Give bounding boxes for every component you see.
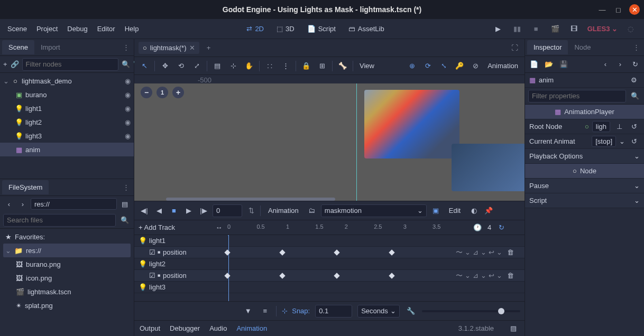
- loop-icon[interactable]: ↩: [489, 272, 494, 279]
- instance-scene-button[interactable]: 🔗: [11, 59, 19, 70]
- loop-button[interactable]: ↻: [495, 222, 507, 234]
- add-node-button[interactable]: +: [3, 59, 7, 70]
- visibility-toggle[interactable]: ◉: [125, 132, 131, 140]
- file-row[interactable]: 🖼burano.png: [3, 257, 131, 271]
- move-tool[interactable]: ✥: [159, 60, 171, 72]
- ruler-tool[interactable]: ⸬: [264, 60, 275, 72]
- lock-button[interactable]: 🔒: [300, 60, 312, 72]
- mode-script[interactable]: 📄 Script: [304, 23, 339, 35]
- bone-button[interactable]: 🦴: [337, 60, 348, 72]
- group-tracks-button[interactable]: ≡: [259, 305, 271, 317]
- view-menu[interactable]: View: [357, 62, 376, 70]
- track-header[interactable]: 💡light2: [134, 258, 525, 270]
- stop-button[interactable]: ■: [168, 205, 180, 217]
- guide-line[interactable]: [356, 83, 357, 201]
- play-scene-button[interactable]: 🎬: [549, 23, 561, 35]
- group-button[interactable]: ⊞: [316, 60, 328, 72]
- nav-back-button[interactable]: ‹: [3, 198, 15, 210]
- keyframe[interactable]: [389, 273, 394, 278]
- add-track-button[interactable]: + Add Track: [134, 223, 210, 231]
- play-backwards-end-button[interactable]: ◀|: [139, 205, 150, 217]
- length-field[interactable]: 4: [487, 223, 491, 231]
- file-row[interactable]: 🖼icon.png: [3, 271, 131, 285]
- filesystem-panel-menu[interactable]: ⋮: [121, 181, 132, 193]
- wrap-icon[interactable]: ⊿: [473, 272, 479, 279]
- keyframe[interactable]: [279, 273, 285, 278]
- track-header[interactable]: 💡light3: [134, 282, 525, 293]
- search-icon[interactable]: 🔍: [629, 90, 641, 102]
- scene-tab[interactable]: ○ lightmask(*) ✕: [139, 42, 199, 54]
- key-insert-button[interactable]: 🔑: [454, 60, 465, 72]
- keyframe[interactable]: [334, 273, 340, 278]
- animation-selector[interactable]: maskmotion ⌄: [321, 204, 427, 217]
- keyframe[interactable]: [389, 249, 394, 255]
- save-resource-button[interactable]: 💾: [558, 59, 569, 70]
- animation-menu[interactable]: Animation: [485, 62, 520, 70]
- scene-panel-menu[interactable]: ⋮: [121, 41, 132, 53]
- interp-icon[interactable]: 〜: [456, 271, 463, 281]
- snap-menu[interactable]: ⋮: [280, 60, 291, 72]
- play-button[interactable]: ▶: [183, 205, 195, 217]
- maximize-button[interactable]: ◻: [613, 5, 623, 14]
- tree-node-root[interactable]: ⌄○ lightmask_demo ◉: [0, 74, 134, 88]
- horizontal-scrollbar[interactable]: [166, 198, 335, 201]
- play-custom-button[interactable]: 🎞: [568, 23, 580, 35]
- new-resource-button[interactable]: 📄: [528, 59, 540, 70]
- stop-project-button[interactable]: ■: [530, 23, 542, 35]
- split-mode-button[interactable]: ▤: [119, 198, 131, 210]
- pan-tool[interactable]: ✋: [243, 60, 255, 72]
- pause-project-button[interactable]: ▮▮: [511, 23, 523, 35]
- time-unit-selector[interactable]: Seconds⌄: [357, 305, 400, 318]
- history-forward-button[interactable]: ›: [614, 59, 626, 70]
- zoom-out-button[interactable]: −: [141, 87, 152, 98]
- key-scale-button[interactable]: ⤡: [438, 60, 449, 72]
- position-field[interactable]: [213, 204, 242, 217]
- animation-tool-icon[interactable]: 🗂: [306, 205, 318, 217]
- play-end-button[interactable]: |▶: [198, 205, 209, 217]
- delete-track-button[interactable]: 🗑: [504, 247, 516, 258]
- filter-properties-input[interactable]: [528, 90, 626, 102]
- zoom-reset-button[interactable]: 1: [157, 87, 168, 98]
- zoom-fit-icon[interactable]: 🔧: [405, 305, 417, 317]
- menu-editor[interactable]: Editor: [97, 25, 115, 33]
- bottom-tab-debugger[interactable]: Debugger: [170, 324, 200, 332]
- class-header-node[interactable]: ○ Node: [525, 164, 644, 179]
- menu-help[interactable]: Help: [125, 25, 139, 33]
- wrap-icon[interactable]: ⊿: [473, 248, 479, 256]
- tab-inspector[interactable]: Inspector: [527, 40, 568, 54]
- search-files-input[interactable]: [3, 214, 116, 227]
- keyframe[interactable]: [279, 249, 285, 255]
- play-project-button[interactable]: ▶: [492, 23, 504, 35]
- loop-icon[interactable]: ↩: [489, 248, 494, 256]
- distraction-free-button[interactable]: ⛶: [509, 42, 520, 54]
- category-pause[interactable]: Pause⌄: [525, 179, 644, 193]
- scene-tree[interactable]: ⌄○ lightmask_demo ◉ ▣ burano ◉ 💡 light1 …: [0, 73, 134, 179]
- favorites-row[interactable]: ★Favorites:: [3, 230, 131, 244]
- tree-node-light[interactable]: 💡 light3 ◉: [0, 129, 134, 143]
- visibility-toggle[interactable]: ◉: [125, 118, 131, 126]
- tree-node-light[interactable]: 💡 light1 ◉: [0, 101, 134, 115]
- track-property[interactable]: ☑◆position 〜⌄⊿⌄↩⌄🗑: [134, 270, 525, 282]
- property-root-node[interactable]: Root Node ○ ligh ⊥ ↺: [525, 119, 644, 134]
- menu-debug[interactable]: Debug: [67, 25, 87, 33]
- tree-node-anim[interactable]: ▦ anim: [0, 143, 134, 156]
- path-field[interactable]: res://: [31, 198, 117, 210]
- mode-3d[interactable]: ⬚ 3D: [273, 23, 298, 35]
- category-script[interactable]: Script⌄: [525, 193, 644, 208]
- revert-icon[interactable]: ↺: [628, 136, 640, 147]
- fit-icon[interactable]: ↔: [213, 222, 225, 234]
- tree-node-light[interactable]: 💡 light2 ◉: [0, 115, 134, 129]
- pivot-tool[interactable]: ⊹: [227, 60, 239, 72]
- class-header[interactable]: ▦ AnimationPlayer: [525, 105, 644, 119]
- keyframe[interactable]: [334, 249, 340, 255]
- key-rot-button[interactable]: ⟳: [422, 60, 434, 72]
- key-loc-button[interactable]: ⊕: [406, 60, 418, 72]
- filter-nodes-input[interactable]: [22, 58, 118, 71]
- file-row[interactable]: ✴splat.png: [3, 298, 131, 312]
- key-auto-button[interactable]: ⊘: [470, 60, 481, 72]
- onion-skin-button[interactable]: ◐: [468, 205, 480, 217]
- close-button[interactable]: ✕: [629, 4, 640, 15]
- bottom-tab-output[interactable]: Output: [140, 324, 160, 332]
- assign-icon[interactable]: ⊥: [613, 121, 625, 133]
- sprite-preview[interactable]: [452, 144, 525, 191]
